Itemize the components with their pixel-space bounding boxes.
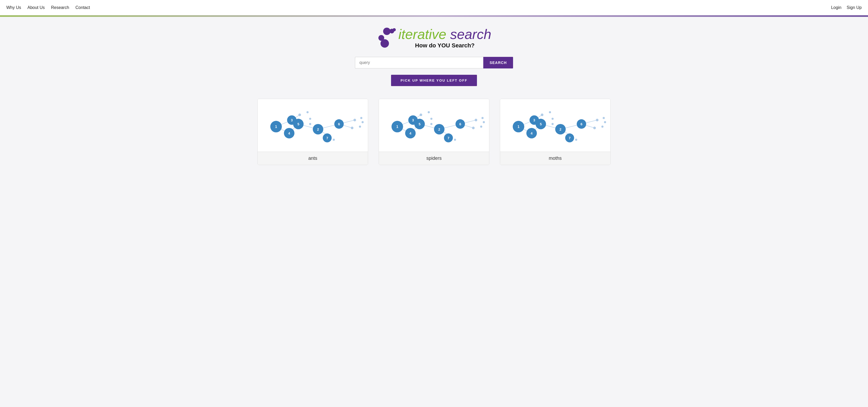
svg-point-54 (480, 126, 482, 128)
svg-point-20 (359, 126, 361, 128)
svg-point-53 (472, 127, 474, 129)
svg-text:5: 5 (298, 122, 299, 126)
svg-text:7: 7 (447, 136, 449, 140)
svg-text:7: 7 (326, 136, 328, 140)
logo-dots (377, 28, 396, 49)
svg-point-48 (430, 118, 432, 120)
svg-point-11 (306, 111, 309, 113)
logo-text: iterative search How do YOU Search? (398, 27, 491, 49)
svg-point-10 (298, 113, 301, 116)
search-area: SEARCH (355, 57, 513, 68)
card-moths: 1 3 4 5 2 6 7 moths (500, 99, 611, 165)
svg-text:6: 6 (459, 122, 461, 126)
card-label-spiders: spiders (379, 151, 489, 165)
svg-text:1: 1 (275, 125, 277, 129)
logo-dot-3 (393, 28, 396, 31)
svg-point-52 (483, 121, 485, 123)
svg-point-84 (596, 119, 598, 122)
nav-contact[interactable]: Contact (75, 5, 90, 10)
svg-point-12 (309, 118, 311, 120)
svg-text:3: 3 (533, 118, 535, 122)
nav-login[interactable]: Login (831, 5, 841, 10)
card-graph-spiders: 1 3 4 5 2 6 7 (379, 99, 489, 151)
nav-research[interactable]: Research (51, 5, 69, 10)
svg-text:3: 3 (412, 118, 414, 122)
svg-text:1: 1 (396, 125, 398, 129)
nav-right: Login Sign Up (831, 5, 862, 10)
card-graph-ants: 1 3 4 5 2 6 7 (258, 99, 368, 151)
svg-point-88 (601, 126, 603, 128)
logo-area: iterative search How do YOU Search? (377, 27, 491, 49)
svg-point-19 (351, 127, 353, 129)
graph-svg-spiders: 1 3 4 5 2 6 7 (379, 99, 489, 151)
svg-text:7: 7 (569, 136, 570, 140)
svg-text:5: 5 (419, 122, 421, 126)
svg-text:5: 5 (540, 122, 542, 126)
pickup-button[interactable]: PICK UP WHERE YOU LEFT OFF (391, 75, 477, 86)
cards-row: 1 3 4 5 2 6 7 ants (247, 99, 621, 181)
svg-text:3: 3 (291, 118, 293, 122)
svg-point-13 (309, 123, 311, 125)
card-graph-moths: 1 3 4 5 2 6 7 (500, 99, 610, 151)
search-button[interactable]: SEARCH (483, 57, 513, 68)
svg-point-83 (552, 123, 554, 125)
svg-point-87 (593, 127, 596, 129)
svg-point-46 (420, 113, 422, 116)
svg-point-85 (602, 117, 605, 119)
svg-text:2: 2 (559, 127, 561, 131)
nav-why-us[interactable]: Why Us (6, 5, 21, 10)
card-label-moths: moths (500, 151, 610, 165)
card-spiders: 1 3 4 5 2 6 7 spiders (379, 99, 489, 165)
svg-point-18 (362, 121, 364, 123)
svg-text:4: 4 (409, 131, 412, 135)
svg-text:4: 4 (531, 131, 533, 135)
svg-point-80 (541, 113, 544, 116)
nav-about-us[interactable]: About Us (27, 5, 45, 10)
svg-point-49 (430, 123, 432, 125)
logo-search: search (450, 27, 491, 42)
svg-text:1: 1 (518, 125, 520, 129)
navbar: Why Us About Us Research Contact Login S… (0, 0, 868, 15)
svg-point-15 (333, 139, 335, 141)
logo-row: iterative search How do YOU Search? (377, 27, 491, 49)
nav-signup[interactable]: Sign Up (847, 5, 862, 10)
graph-svg-moths: 1 3 4 5 2 6 7 (500, 99, 610, 151)
svg-point-86 (604, 121, 606, 123)
svg-point-17 (360, 117, 362, 119)
logo-dot-5 (380, 39, 389, 48)
svg-point-47 (428, 111, 430, 113)
svg-point-89 (575, 139, 577, 141)
svg-point-16 (353, 119, 356, 122)
svg-text:2: 2 (438, 127, 440, 131)
svg-point-81 (549, 111, 551, 113)
svg-text:2: 2 (317, 127, 319, 131)
svg-text:4: 4 (288, 131, 290, 135)
svg-text:6: 6 (581, 122, 582, 126)
logo-title: iterative search (398, 27, 491, 41)
svg-point-82 (552, 118, 554, 120)
graph-svg-ants: 1 3 4 5 2 6 7 (258, 99, 368, 151)
card-label-ants: ants (258, 151, 368, 165)
logo-iterative: iterative (398, 27, 446, 42)
svg-point-50 (474, 119, 477, 122)
main-content: iterative search How do YOU Search? SEAR… (0, 17, 868, 181)
svg-point-55 (454, 139, 456, 141)
nav-left: Why Us About Us Research Contact (6, 5, 90, 10)
svg-text:6: 6 (338, 122, 340, 126)
logo-subtitle: How do YOU Search? (398, 42, 491, 49)
card-ants: 1 3 4 5 2 6 7 ants (257, 99, 368, 165)
search-input[interactable] (355, 57, 483, 68)
svg-point-51 (482, 117, 484, 119)
